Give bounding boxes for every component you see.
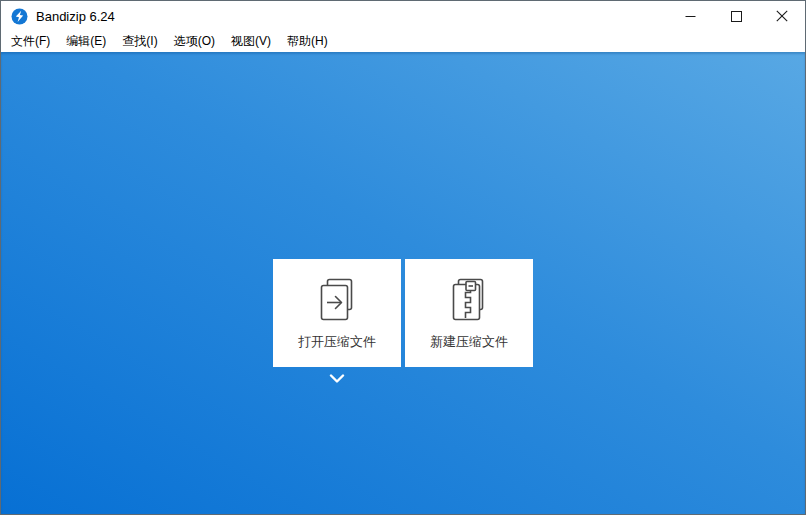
menu-item-view[interactable]: 视图(V): [223, 31, 279, 53]
new-archive-button[interactable]: 新建压缩文件: [405, 259, 533, 367]
close-button[interactable]: [759, 1, 805, 31]
titlebar[interactable]: Bandizip 6.24: [1, 1, 805, 31]
minimize-button[interactable]: [667, 1, 713, 31]
bandizip-logo-icon: [11, 8, 28, 25]
new-archive-icon: [443, 274, 495, 326]
open-archive-button[interactable]: 打开压缩文件: [273, 259, 401, 367]
bandizip-window: Bandizip 6.24 文件(F) 编辑(E) 查找(I) 选项(O) 视图…: [0, 0, 806, 515]
menubar: 文件(F) 编辑(E) 查找(I) 选项(O) 视图(V) 帮助(H): [1, 31, 805, 52]
new-archive-label: 新建压缩文件: [430, 333, 508, 351]
menu-item-file[interactable]: 文件(F): [3, 31, 58, 53]
close-icon: [776, 10, 788, 22]
menu-item-help[interactable]: 帮助(H): [279, 31, 336, 53]
menu-item-options[interactable]: 选项(O): [166, 31, 223, 53]
maximize-button[interactable]: [713, 1, 759, 31]
window-title: Bandizip 6.24: [36, 9, 115, 24]
chevron-down-icon: [329, 374, 345, 384]
menu-item-edit[interactable]: 编辑(E): [58, 31, 114, 53]
menu-item-find[interactable]: 查找(I): [114, 31, 165, 53]
workspace: 打开压缩文件 新建压缩文件: [1, 52, 805, 514]
minimize-icon: [685, 11, 696, 22]
open-archive-label: 打开压缩文件: [298, 333, 376, 351]
recent-files-expander[interactable]: [328, 372, 346, 386]
open-archive-icon: [311, 274, 363, 326]
launcher-tiles: 打开压缩文件 新建压缩文件: [273, 259, 533, 367]
maximize-icon: [731, 11, 742, 22]
